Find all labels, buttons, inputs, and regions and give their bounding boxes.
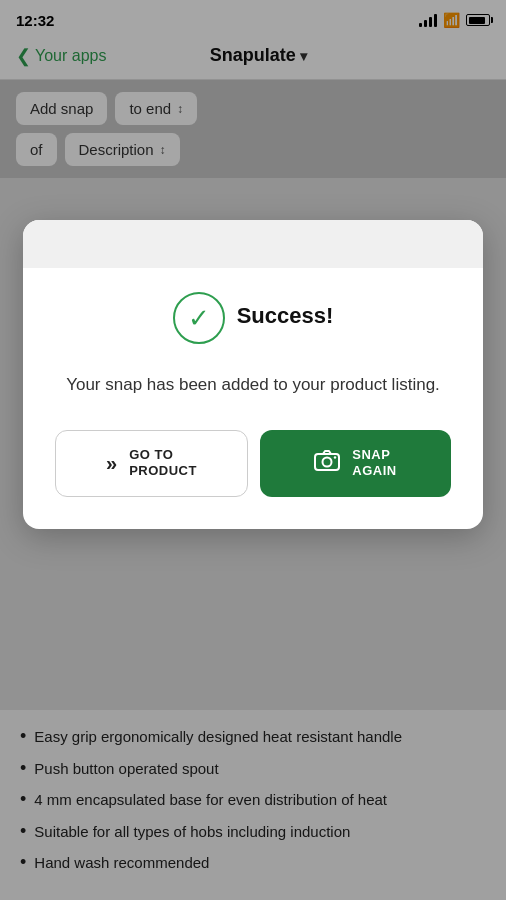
snap-again-label: SNAPAGAIN (352, 447, 396, 481)
go-to-product-button[interactable]: » GO TOPRODUCT (55, 430, 248, 498)
success-message: Your snap has been added to your product… (66, 372, 440, 398)
checkmark-icon: ✓ (188, 305, 210, 331)
svg-point-2 (334, 457, 336, 459)
success-modal: ✓ Success! Your snap has been added to y… (23, 220, 483, 529)
modal-body: ✓ Success! Your snap has been added to y… (23, 268, 483, 529)
snap-again-button[interactable]: SNAPAGAIN (260, 430, 451, 498)
success-title: Success! (237, 303, 334, 329)
svg-point-1 (323, 458, 332, 467)
arrow-icon: » (106, 452, 117, 475)
success-icon: ✓ (173, 292, 225, 344)
go-to-product-label: GO TOPRODUCT (129, 447, 197, 481)
modal-overlay: ✓ Success! Your snap has been added to y… (0, 0, 506, 900)
camera-icon (314, 449, 340, 477)
modal-header-bg (23, 220, 483, 268)
modal-buttons: » GO TOPRODUCT SNAPAGAIN (55, 430, 451, 498)
